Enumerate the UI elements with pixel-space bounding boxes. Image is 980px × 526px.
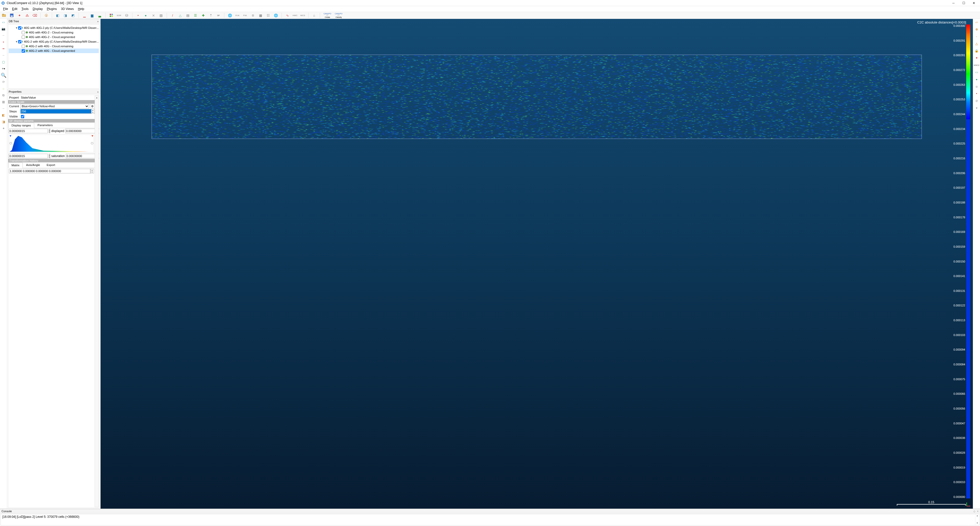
console-float-icon[interactable]: ◇ [974, 510, 975, 513]
cube2-icon[interactable]: ◨ [1, 120, 6, 124]
steps-input[interactable] [21, 109, 91, 114]
properties-pin-icon[interactable]: ▸ [97, 90, 99, 93]
tree-node[interactable]: 40G-2 with 40G - Cloud.remaining [9, 44, 99, 48]
sf-icon[interactable]: ◩ [70, 12, 76, 18]
tab-display-ranges[interactable]: Display ranges [8, 123, 34, 128]
tree-checkbox[interactable] [22, 35, 25, 39]
layers-icon[interactable]: ☷ [265, 12, 271, 18]
axes2-icon[interactable]: ✦ [1, 126, 6, 131]
ruler-icon[interactable]: ━ [1, 46, 6, 51]
tab-parameters[interactable]: Parameters [34, 123, 56, 128]
sor-button[interactable]: SOR [116, 12, 122, 18]
menu-file[interactable]: File [1, 6, 10, 11]
expand-icon[interactable]: ▾ [16, 26, 18, 30]
axes-icon[interactable]: ⤬ [150, 12, 156, 18]
tree-checkbox[interactable] [22, 45, 25, 48]
colors-icon[interactable]: ◧ [55, 12, 61, 18]
close-button[interactable]: ✕ [969, 0, 979, 6]
histogram[interactable] [9, 135, 94, 153]
grid4-icon[interactable] [108, 12, 115, 18]
3d-viewport[interactable]: C2C absolute distances[<0.0003] 0.000300… [100, 19, 973, 508]
visible-checkbox[interactable] [21, 115, 24, 118]
maximize-button[interactable]: ☐ [959, 0, 969, 6]
normals-icon[interactable]: ◨ [62, 12, 68, 18]
redline-icon[interactable]: / [169, 12, 176, 18]
ortho-icon[interactable]: ▱ [974, 20, 979, 24]
box-icon[interactable]: ▢ [1, 60, 6, 64]
menu-3dviews[interactable]: 3D Views [59, 6, 76, 11]
sample-icon[interactable]: ⁂ [24, 12, 30, 18]
sphere2-icon[interactable]: ● [974, 77, 979, 82]
tab-matrix[interactable]: Matrix [8, 163, 23, 168]
color-scale-select[interactable]: Blue>Green>Yellow>Red [21, 104, 89, 108]
max-displayed-input[interactable] [65, 129, 100, 133]
wcs-button[interactable]: WCS [300, 12, 306, 18]
console-body[interactable]: [16:09:04] [LoD][pass 2] Level 5: 370079… [0, 514, 980, 526]
properties-scrollbar[interactable]: ▴ [95, 96, 99, 507]
mesh-icon[interactable]: △ [177, 12, 183, 18]
m3c2-icon[interactable]: M3C2 [974, 63, 979, 67]
canupo-classify[interactable]: CANUPO⬚Classify [334, 13, 344, 18]
gear-icon[interactable]: ⚙ [90, 104, 95, 108]
dbtree-body[interactable]: ▾ 40G with 40G-2.ply (C:/Users/Walls/Des… [8, 24, 100, 89]
console-close-icon[interactable]: × [977, 510, 978, 513]
cube1-icon[interactable]: ◧ [1, 113, 6, 118]
plus-tool-icon[interactable]: + [1, 40, 6, 45]
sun-icon[interactable]: ☼ [1, 86, 6, 91]
matrix-stepper[interactable]: ▴▾ [90, 169, 94, 174]
minimize-button[interactable]: ─ [948, 0, 959, 6]
houses-icon[interactable]: ⌂ [311, 12, 317, 18]
magnify-icon[interactable]: 🔍 [1, 73, 6, 78]
steps-stepper[interactable]: ▴▾ [91, 109, 95, 114]
tab-export[interactable]: Export [43, 163, 59, 168]
tree-node[interactable]: ▾ 40G with 40G-2.ply (C:/Users/Walls/Des… [9, 26, 99, 30]
surf-icon[interactable]: ▤ [185, 12, 191, 18]
block-icon[interactable]: ⊘ [974, 99, 979, 103]
lift-icon[interactable]: ⇡ [208, 12, 214, 18]
pick-icon[interactable]: ✦ [16, 12, 22, 18]
menu-tools[interactable]: Tools [19, 6, 30, 11]
wire2-icon[interactable]: ⧈ [974, 84, 979, 89]
zoom-plus-icon[interactable]: +▾ [1, 66, 6, 71]
down-icon[interactable]: ▾ [974, 106, 979, 110]
persp-icon[interactable]: △ [974, 41, 979, 46]
hist-blue-icon[interactable]: ▆ [89, 12, 95, 18]
delete-icon[interactable]: ⌫ [32, 12, 38, 18]
layers2-icon[interactable]: ⧉ [1, 93, 6, 97]
plus-icon[interactable]: ✚ [200, 12, 206, 18]
sf-edit-icon[interactable]: SF [215, 12, 221, 18]
tree-checkbox[interactable] [18, 26, 21, 30]
tree-node[interactable]: ▾ 40G-2 with 40G.ply (C:/Users/Walls/Des… [9, 39, 99, 44]
console-scrollbar[interactable]: ▴ ▾ [975, 514, 979, 525]
tree-node[interactable]: 40G with 40G-2 - Cloud.remaining [9, 30, 99, 35]
min-sat-input[interactable] [9, 154, 48, 158]
point-icon[interactable]: • [974, 91, 979, 96]
pm-button[interactable]: P.M. [242, 12, 248, 18]
lock-icon[interactable]: 🔒 [974, 48, 979, 53]
globe2-icon[interactable]: 🌐 [273, 12, 279, 18]
expand-icon[interactable]: ▾ [16, 40, 18, 43]
plane-icon[interactable]: ▭ [974, 70, 979, 75]
cube-icon[interactable]: ▧ [158, 12, 164, 18]
tree-checkbox[interactable] [22, 31, 25, 34]
camera-icon[interactable]: 📷 [1, 27, 6, 31]
sphere-icon[interactable]: ● [143, 12, 149, 18]
menu-edit[interactable]: Edit [10, 6, 19, 11]
recenter-icon[interactable]: ⊕ [974, 27, 979, 32]
dot-icon[interactable]: ◦ [974, 34, 979, 39]
canupo-create[interactable]: CANUPO⬚Create [323, 13, 332, 18]
view-icon[interactable]: ▭ [1, 20, 6, 24]
gizmo-icon[interactable]: ✦ [974, 56, 979, 60]
menu-plugins[interactable]: Plugins [45, 6, 59, 11]
rm-button[interactable]: R.M. [234, 12, 241, 18]
tree-checkbox[interactable] [18, 40, 21, 43]
hist-red-icon[interactable]: ▁ [81, 12, 88, 18]
tree-node[interactable]: 40G with 40G-2 - Cloud.segmented [9, 35, 99, 39]
menu-display[interactable]: Display [30, 6, 45, 11]
globe1-icon[interactable]: 🌐 [227, 12, 233, 18]
contour-icon[interactable]: ☰ [192, 12, 199, 18]
tab-axisangle[interactable]: Axis/Angle [23, 163, 43, 168]
tree-node-selected[interactable]: 40G-2 with 40G - Cloud.segmented [9, 48, 99, 53]
info-icon[interactable]: 🛈 [43, 12, 49, 18]
dbtree-pin-icon[interactable]: ▸ [97, 20, 99, 23]
